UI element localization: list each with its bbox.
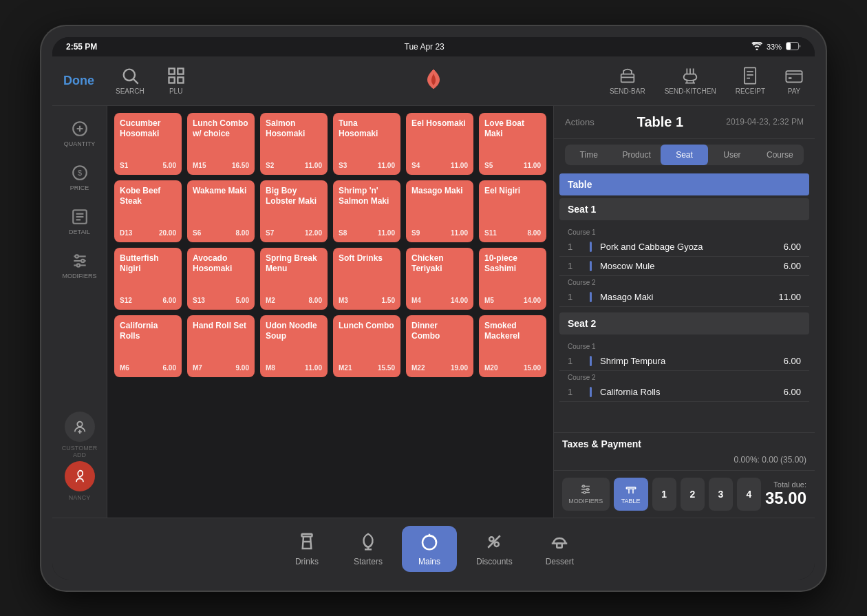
menu-item[interactable]: Love Boat Maki S5 11.00 [479, 113, 546, 175]
bottom-tab-mains[interactable]: Mains [402, 526, 457, 572]
menu-item-code: S2 [266, 162, 274, 169]
menu-item[interactable]: Udon Noodle Soup M8 11.00 [260, 315, 328, 377]
menu-item[interactable]: Smoked Mackerel M20 15.00 [479, 315, 546, 377]
menu-item-footer: M6 6.00 [120, 364, 176, 372]
seat-2-button[interactable]: 2 [681, 478, 705, 511]
seat-4-button[interactable]: 4 [737, 478, 761, 511]
sidebar-item-price[interactable]: $ PRICE [56, 158, 104, 197]
order-line-name: Moscow Mule [600, 261, 784, 271]
seat-section-header[interactable]: Seat 2 [559, 312, 809, 334]
table-section-header[interactable]: Table [559, 173, 809, 195]
menu-item-code: M3 [339, 297, 348, 304]
send-kitchen-button[interactable]: SEND-KITCHEN [665, 66, 716, 95]
menu-item-name: Kobe Beef Steak [120, 186, 176, 207]
menu-item[interactable]: Wakame Maki S6 8.00 [187, 180, 255, 242]
menu-item[interactable]: Shrimp 'n' Salmon Maki S8 11.00 [333, 180, 400, 242]
menu-item[interactable]: Dinner Combo M22 19.00 [406, 315, 473, 377]
wifi-icon [751, 42, 762, 52]
dessert-icon [549, 531, 570, 554]
pay-button[interactable]: PAY [784, 66, 804, 95]
send-bar-button[interactable]: SEND-BAR [610, 66, 645, 95]
menu-item-footer: S4 11.00 [411, 162, 468, 169]
customer-add-button[interactable] [65, 412, 95, 442]
menu-item-footer: D13 20.00 [120, 229, 176, 237]
menu-item-code: M6 [120, 364, 129, 372]
menu-item[interactable]: Salmon Hosomaki S2 11.00 [260, 113, 328, 175]
tab-product[interactable]: Product [612, 145, 660, 165]
table-button[interactable]: TABLE [614, 478, 648, 511]
menu-item-name: Wakame Maki [193, 186, 249, 197]
menu-item-footer: S6 8.00 [193, 229, 249, 237]
menu-item-name: Chicken Teriyaki [411, 253, 468, 275]
menu-item[interactable]: 10-piece Sashimi M5 14.00 [479, 248, 546, 310]
tab-course[interactable]: Course [756, 145, 804, 165]
menu-item[interactable]: Cucumber Hosomaki S1 5.00 [114, 113, 182, 175]
order-line[interactable]: 1 Moscow Mule 6.00 [559, 257, 809, 276]
menu-item[interactable]: Hand Roll Set M7 9.00 [187, 315, 255, 377]
search-button[interactable]: SEARCH [116, 66, 144, 95]
order-line[interactable]: 1 California Rolls 6.00 [559, 383, 809, 402]
menu-item-code: M7 [193, 364, 202, 372]
bottom-tab-discounts[interactable]: Discounts [462, 526, 526, 572]
plu-button[interactable]: PLU [167, 66, 186, 95]
menu-item[interactable]: Eel Hosomaki S4 11.00 [406, 113, 473, 175]
order-line[interactable]: 1 Shrimp Tempura 6.00 [559, 352, 809, 371]
menu-item-price: 11.00 [305, 364, 322, 372]
tab-seat[interactable]: Seat [661, 145, 708, 165]
menu-item-code: S8 [339, 229, 347, 237]
order-line-name: California Rolls [600, 387, 784, 397]
sidebar-item-modifiers[interactable]: MODIFIERS [56, 246, 104, 285]
menu-item-price: 11.00 [378, 229, 395, 237]
menu-item-code: S12 [120, 297, 132, 304]
menu-item-code: M4 [411, 297, 421, 304]
menu-item[interactable]: California Rolls M6 6.00 [114, 315, 182, 377]
menu-item-footer: S13 5.00 [193, 297, 249, 304]
menu-item-price: 14.00 [451, 297, 468, 304]
done-button[interactable]: Done [63, 74, 105, 88]
menu-item[interactable]: Soft Drinks M3 1.50 [333, 248, 400, 310]
svg-point-55 [489, 537, 493, 541]
receipt-label: RECEIPT [736, 87, 765, 95]
receipt-button[interactable]: RECEIPT [736, 66, 765, 95]
svg-point-35 [81, 259, 84, 262]
menu-item-price: 14.00 [524, 297, 541, 304]
menu-item[interactable]: Spring Break Menu M2 8.00 [260, 248, 328, 310]
order-line[interactable]: 1 Pork and Cabbage Gyoza 6.00 [559, 237, 809, 257]
order-line-name: Pork and Cabbage Gyoza [600, 242, 784, 252]
menu-item-footer: M22 19.00 [411, 364, 468, 372]
menu-item-name: Tuna Hosomaki [339, 118, 395, 140]
menu-item-price: 6.00 [163, 297, 176, 304]
battery-icon [786, 42, 801, 52]
menu-item-code: S7 [266, 229, 274, 237]
status-time: 2:55 PM [66, 42, 97, 52]
sidebar-item-detail[interactable]: DETAIL [56, 202, 104, 241]
menu-item[interactable]: Eel Nigiri S11 8.00 [479, 180, 546, 242]
menu-item[interactable]: Lunch Combo M21 15.50 [333, 315, 400, 377]
sidebar-item-quantity[interactable]: QUANTITY [56, 114, 104, 153]
tab-time[interactable]: Time [565, 145, 612, 165]
seat-3-button[interactable]: 3 [709, 478, 733, 511]
bottom-tab-drinks[interactable]: Drinks [279, 526, 334, 572]
seat-1-button[interactable]: 1 [652, 478, 676, 511]
svg-rect-21 [789, 77, 792, 78]
svg-rect-6 [169, 77, 174, 83]
menu-item[interactable]: Lunch Combo w/ choice M15 16.50 [187, 113, 255, 175]
tab-user[interactable]: User [708, 145, 756, 165]
menu-item-footer: M7 9.00 [193, 364, 249, 372]
bottom-tab-dessert[interactable]: Dessert [532, 526, 588, 572]
menu-item[interactable]: Big Boy Lobster Maki S7 12.00 [260, 180, 328, 242]
order-line-price: 6.00 [784, 387, 801, 397]
menu-item[interactable]: Chicken Teriyaki M4 14.00 [406, 248, 473, 310]
menu-item-name: Udon Noodle Soup [266, 321, 322, 342]
menu-item[interactable]: Avocado Hosomaki S13 5.00 [187, 248, 255, 310]
menu-item[interactable]: Kobe Beef Steak D13 20.00 [114, 180, 182, 242]
svg-rect-16 [745, 67, 756, 83]
menu-item[interactable]: Masago Maki S9 11.00 [406, 180, 473, 242]
menu-item[interactable]: Tuna Hosomaki S3 11.00 [333, 113, 400, 175]
order-line[interactable]: 1 Masago Maki 11.00 [559, 288, 809, 307]
nancy-button[interactable] [65, 461, 95, 491]
bottom-tab-starters[interactable]: Starters [340, 526, 396, 572]
menu-item[interactable]: Butterfish Nigiri S12 6.00 [114, 248, 182, 310]
seat-section-header[interactable]: Seat 1 [559, 198, 809, 220]
modifiers-button[interactable]: MODIFIERS [562, 478, 610, 511]
